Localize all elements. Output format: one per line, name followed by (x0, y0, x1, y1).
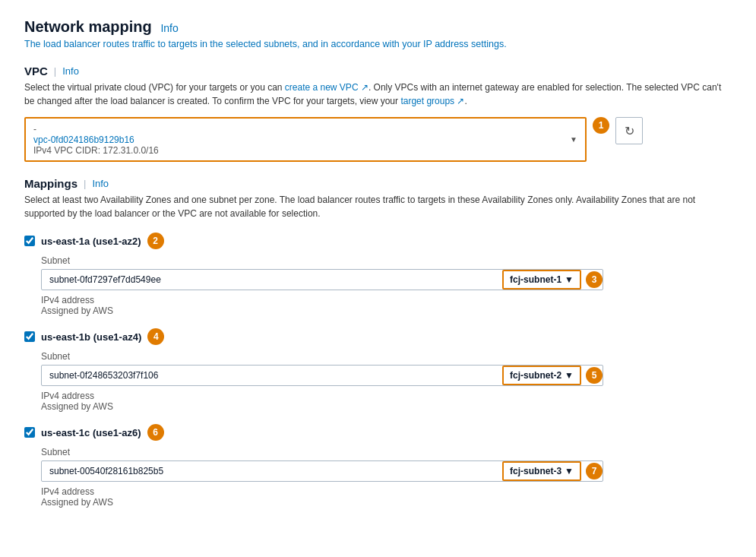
az-checkbox-az3[interactable] (24, 427, 35, 438)
subnet-badge-az2: 5 (586, 367, 603, 384)
subnet-name-az2[interactable]: fcj-subnet-2 ▼ (502, 366, 581, 385)
subnet-name-az3[interactable]: fcj-subnet-3 ▼ (502, 461, 581, 481)
subnet-section-az1: Subnet subnet-0fd7297ef7dd549ee fcj-subn… (41, 255, 732, 316)
az-header-az1: us-east-1a (use1-az2) 2 (24, 233, 732, 249)
subnet-row-az1: subnet-0fd7297ef7dd549ee fcj-subnet-1 ▼ … (41, 269, 603, 290)
vpc-section: VPC | Info Select the virtual private cl… (24, 65, 732, 162)
page-title: Network mapping (24, 18, 152, 35)
mappings-label: Mappings (24, 177, 77, 190)
az-badge-az1: 2 (147, 233, 164, 249)
ipv4-label-az3: IPv4 address (41, 486, 732, 497)
subnet-dropdown-arrow-az2: ▼ (565, 370, 574, 381)
subnet-name-text-az3: fcj-subnet-3 (510, 466, 561, 476)
ipv4-value-az2: Assigned by AWS (41, 401, 732, 412)
az-block-az2: us-east-1b (use1-az4) 4 Subnet subnet-0f… (24, 328, 732, 412)
subnet-dropdown-arrow-az3: ▼ (565, 466, 574, 476)
az-label-az2: us-east-1b (use1-az4) (41, 331, 141, 343)
subnet-badge-az1: 3 (586, 271, 603, 288)
mappings-description: Select at least two Availability Zones a… (24, 193, 732, 220)
az-checkbox-az1[interactable] (24, 236, 35, 246)
az-header-az3: us-east-1c (use1-az6) 6 (24, 424, 732, 441)
vpc-section-label: VPC (24, 65, 48, 78)
az-header-az2: us-east-1b (use1-az4) 4 (24, 328, 732, 345)
az-block-az3: us-east-1c (use1-az6) 6 Subnet subnet-00… (24, 424, 732, 508)
az-badge-az2: 4 (147, 328, 164, 345)
az-label-az3: us-east-1c (use1-az6) (41, 427, 141, 438)
az-block-az1: us-east-1a (use1-az2) 2 Subnet subnet-0f… (24, 233, 732, 316)
header-info-link[interactable]: Info (160, 22, 178, 34)
subnet-dropdown-arrow-az1: ▼ (565, 274, 574, 285)
subnet-label-az3: Subnet (41, 447, 732, 457)
ipv4-value-az3: Assigned by AWS (41, 497, 732, 508)
vpc-dropdown-arrow: ▼ (570, 135, 577, 144)
subnet-name-text-az1: fcj-subnet-1 (510, 274, 561, 285)
target-groups-link[interactable]: target groups ↗ (400, 96, 464, 106)
vpc-dash: - (33, 124, 36, 135)
ipv4-label-az1: IPv4 address (41, 295, 732, 305)
subnet-name-text-az2: fcj-subnet-2 (510, 370, 561, 381)
subnet-label-az1: Subnet (41, 255, 732, 266)
create-vpc-link[interactable]: create a new VPC ↗ (285, 82, 369, 93)
subnet-id-az1: subnet-0fd7297ef7dd549ee (42, 270, 502, 290)
vpc-badge: 1 (593, 117, 609, 134)
vpc-description: Select the virtual private cloud (VPC) f… (24, 81, 732, 108)
page-header: Network mapping Info The load balancer r… (24, 18, 732, 49)
ipv4-label-az2: IPv4 address (41, 391, 732, 401)
vpc-id: vpc-0fd024186b9129b16 (33, 135, 159, 145)
subnet-name-az1[interactable]: fcj-subnet-1 ▼ (502, 270, 581, 290)
vpc-dropdown[interactable]: - vpc-0fd024186b9129b16 IPv4 VPC CIDR: 1… (24, 117, 587, 162)
page-subtitle: The load balancer routes traffic to targ… (24, 39, 732, 49)
subnet-section-az3: Subnet subnet-00540f28161b825b5 fcj-subn… (41, 447, 732, 508)
vpc-cidr: IPv4 VPC CIDR: 172.31.0.0/16 (33, 145, 159, 156)
vpc-info-link[interactable]: Info (62, 65, 79, 77)
refresh-button[interactable]: ↻ (615, 117, 643, 144)
subnet-label-az2: Subnet (41, 351, 732, 362)
subnet-id-az3: subnet-00540f28161b825b5 (42, 461, 502, 481)
mappings-section: Mappings | Info Select at least two Avai… (24, 177, 732, 508)
subnet-row-az2: subnet-0f248653203f7f106 fcj-subnet-2 ▼ … (41, 365, 603, 386)
subnet-badge-az3: 7 (586, 463, 603, 479)
mappings-info-link[interactable]: Info (92, 178, 109, 189)
subnet-id-az2: subnet-0f248653203f7f106 (42, 366, 502, 385)
subnet-row-az3: subnet-00540f28161b825b5 fcj-subnet-3 ▼ … (41, 460, 603, 482)
az-checkbox-az2[interactable] (24, 331, 35, 342)
ipv4-value-az1: Assigned by AWS (41, 305, 732, 316)
az-badge-az3: 6 (147, 424, 164, 441)
subnet-section-az2: Subnet subnet-0f248653203f7f106 fcj-subn… (41, 351, 732, 412)
az-label-az1: us-east-1a (use1-az2) (41, 236, 141, 247)
